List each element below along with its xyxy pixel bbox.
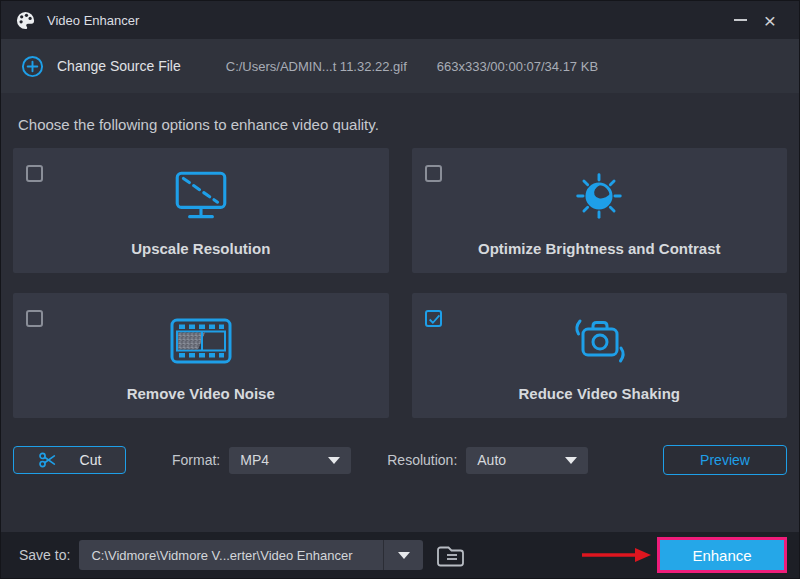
- palette-icon: [15, 10, 36, 31]
- close-button[interactable]: ×: [755, 7, 785, 33]
- cut-button[interactable]: Cut: [13, 446, 126, 474]
- change-source-file-button[interactable]: Change Source File: [21, 55, 181, 78]
- source-file-info: 663x333/00:00:07/34.17 KB: [437, 59, 598, 74]
- format-dropdown[interactable]: MP4: [229, 447, 351, 474]
- resolution-dropdown[interactable]: Auto: [466, 447, 588, 474]
- upscale-resolution-icon: [170, 165, 232, 227]
- save-path-combobox[interactable]: C:\Vidmore\Vidmore V...erter\Video Enhan…: [79, 540, 423, 570]
- scissors-icon: [38, 450, 58, 470]
- reduce-video-shaking-checkbox[interactable]: [425, 310, 442, 327]
- brightness-contrast-checkbox[interactable]: [425, 165, 442, 182]
- toolbar: Cut Format: MP4 Resolution: Auto Preview: [13, 445, 787, 475]
- preview-button[interactable]: Preview: [663, 445, 787, 475]
- camera-shake-icon: [567, 310, 631, 372]
- video-enhancer-window: Video Enhancer × Change Source File C:/U…: [0, 0, 800, 579]
- format-value: MP4: [240, 452, 269, 468]
- source-bar: Change Source File C:/Users/ADMIN...t 11…: [1, 39, 799, 93]
- option-label: Remove Video Noise: [127, 385, 275, 402]
- resolution-label: Resolution:: [387, 452, 457, 468]
- remove-video-noise-checkbox[interactable]: [26, 310, 43, 327]
- red-arrow-annotation-icon: [580, 547, 652, 563]
- main-content: Choose the following options to enhance …: [1, 93, 799, 532]
- option-label: Upscale Resolution: [131, 240, 270, 257]
- option-card-remove-video-noise[interactable]: Remove Video Noise: [13, 293, 389, 418]
- option-card-upscale-resolution[interactable]: Upscale Resolution: [13, 148, 389, 273]
- resolution-value: Auto: [477, 452, 506, 468]
- source-file-path: C:/Users/ADMIN...t 11.32.22.gif: [226, 59, 407, 74]
- folder-icon: [435, 543, 466, 568]
- chevron-down-icon: [565, 457, 577, 464]
- brightness-contrast-icon: [570, 165, 628, 227]
- footer-bar: Save to: C:\Vidmore\Vidmore V...erter\Vi…: [1, 532, 799, 578]
- enhance-annotation-box: Enhance: [657, 537, 787, 573]
- minimize-button[interactable]: [725, 7, 755, 33]
- enhance-button[interactable]: Enhance: [660, 540, 784, 570]
- titlebar: Video Enhancer ×: [1, 1, 799, 39]
- video-noise-icon: [169, 310, 233, 372]
- save-path-dropdown-button[interactable]: [384, 540, 423, 570]
- option-card-brightness-contrast[interactable]: Optimize Brightness and Contrast: [412, 148, 788, 273]
- chevron-down-icon: [398, 552, 410, 559]
- format-label: Format:: [172, 452, 220, 468]
- options-grid: Upscale Resolution: [13, 148, 787, 418]
- change-source-file-label: Change Source File: [57, 58, 181, 74]
- plus-circle-icon: [21, 55, 44, 78]
- instruction-text: Choose the following options to enhance …: [13, 93, 787, 133]
- open-folder-button[interactable]: [435, 543, 466, 568]
- cut-label: Cut: [80, 452, 102, 468]
- chevron-down-icon: [328, 457, 340, 464]
- option-label: Optimize Brightness and Contrast: [478, 240, 721, 257]
- window-title: Video Enhancer: [47, 13, 139, 28]
- save-path-value: C:\Vidmore\Vidmore V...erter\Video Enhan…: [79, 540, 383, 570]
- upscale-resolution-checkbox[interactable]: [26, 165, 43, 182]
- option-label: Reduce Video Shaking: [519, 385, 680, 402]
- option-card-reduce-video-shaking[interactable]: Reduce Video Shaking: [412, 293, 788, 418]
- save-to-label: Save to:: [19, 547, 70, 563]
